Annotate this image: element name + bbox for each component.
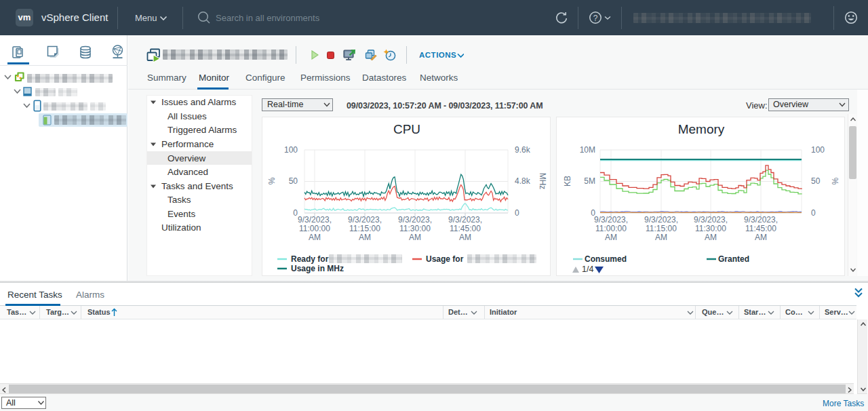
svg-text:4.8k: 4.8k	[515, 176, 531, 186]
svg-text:?: ?	[593, 14, 598, 23]
svg-text:AM: AM	[309, 233, 321, 242]
svg-text:AM: AM	[755, 233, 767, 242]
svg-text:9/3/2023,: 9/3/2023,	[348, 215, 382, 224]
svg-text:100: 100	[811, 145, 825, 155]
svg-text:0: 0	[515, 208, 519, 218]
svg-text:CPU: CPU	[393, 122, 420, 136]
svg-text:KB: KB	[563, 176, 572, 187]
svg-text:Ready for: Ready for	[291, 254, 329, 264]
svg-text:11:30:00: 11:30:00	[399, 224, 431, 233]
svg-text:%: %	[267, 177, 277, 184]
svg-text:11:45:00: 11:45:00	[450, 224, 481, 233]
svg-text:9/3/2023,: 9/3/2023,	[398, 215, 432, 224]
svg-text:AM: AM	[459, 233, 471, 242]
svg-text:1/4: 1/4	[582, 265, 593, 274]
svg-text:11:15:00: 11:15:00	[349, 224, 380, 233]
svg-text:Memory: Memory	[678, 122, 725, 136]
svg-text:Consumed: Consumed	[585, 254, 627, 264]
svg-text:AM: AM	[359, 233, 371, 242]
svg-text:AM: AM	[655, 233, 667, 242]
svg-text:0: 0	[811, 208, 816, 218]
svg-text:MHz: MHz	[538, 173, 547, 190]
svg-text:9.6k: 9.6k	[515, 145, 531, 155]
svg-text:Usage for: Usage for	[426, 254, 464, 264]
svg-text:9/3/2023,: 9/3/2023,	[694, 215, 728, 224]
svg-text:11:00:00: 11:00:00	[595, 224, 627, 233]
svg-text:Granted: Granted	[718, 254, 749, 264]
svg-text:5M: 5M	[584, 176, 595, 186]
svg-text:11:15:00: 11:15:00	[646, 224, 677, 233]
svg-text:50: 50	[811, 176, 821, 186]
svg-text:50: 50	[289, 176, 298, 186]
svg-text:%: %	[830, 178, 840, 185]
svg-text:Usage in MHz: Usage in MHz	[291, 264, 344, 273]
svg-text:100: 100	[284, 145, 298, 155]
svg-text:11:30:00: 11:30:00	[695, 224, 726, 233]
svg-text:AM: AM	[705, 233, 717, 242]
svg-text:9/3/2023,: 9/3/2023,	[744, 215, 778, 224]
svg-text:11:00:00: 11:00:00	[299, 224, 330, 233]
svg-text:AM: AM	[605, 233, 617, 242]
svg-text:9/3/2023,: 9/3/2023,	[594, 215, 628, 224]
svg-text:11:45:00: 11:45:00	[745, 224, 776, 233]
svg-text:9/3/2023,: 9/3/2023,	[644, 215, 678, 224]
svg-text:9/3/2023,: 9/3/2023,	[298, 215, 332, 224]
svg-text:AM: AM	[409, 233, 421, 242]
svg-text:9/3/2023,: 9/3/2023,	[448, 215, 482, 224]
svg-text:10M: 10M	[580, 145, 595, 155]
